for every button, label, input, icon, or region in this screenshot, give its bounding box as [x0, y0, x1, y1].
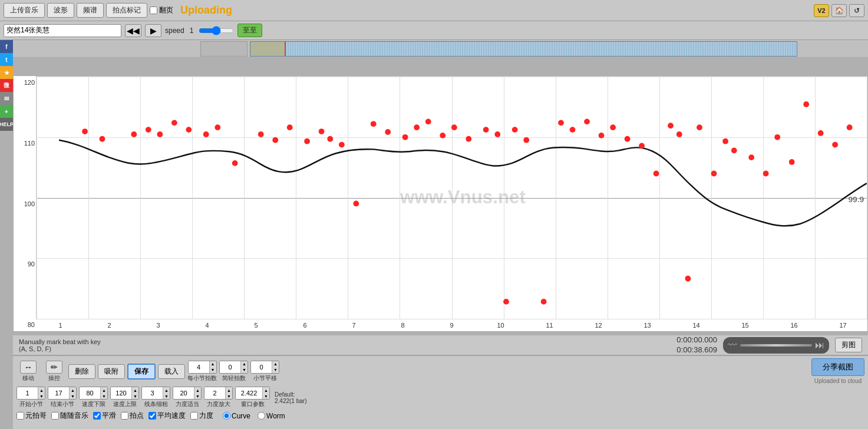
svg-point-9: [258, 131, 264, 137]
speed-upper-up[interactable]: ▲: [131, 387, 138, 393]
random-music-label[interactable]: 随随音乐: [51, 411, 88, 421]
prev-btn[interactable]: ◀◀: [125, 24, 141, 37]
instruction-line2: (A, S, D, F): [19, 345, 676, 352]
line-thin-label: 线条细粗: [144, 400, 168, 408]
flippage-checkbox[interactable]: [150, 6, 157, 14]
bar-shift-label: 小节平移: [253, 374, 277, 382]
split-view-btn[interactable]: 分季截图: [811, 358, 864, 376]
load-btn[interactable]: 载入: [158, 364, 185, 379]
curve-radio[interactable]: [223, 412, 230, 420]
per-bar-beats-group: ▲ ▼ 每小节拍数: [187, 361, 217, 382]
end-bar-input[interactable]: [48, 387, 69, 399]
move-icon[interactable]: ↔: [20, 361, 37, 374]
random-music-checkbox[interactable]: [51, 412, 59, 420]
green-btn[interactable]: 至至: [237, 24, 262, 37]
line-thin-up[interactable]: ▲: [163, 387, 170, 393]
plus-icon[interactable]: +: [0, 105, 13, 118]
force-light-input[interactable]: [173, 387, 194, 399]
save-btn[interactable]: 保存: [127, 364, 156, 380]
worm-radio[interactable]: [258, 412, 265, 420]
beat-point-label[interactable]: 拍点: [121, 411, 144, 421]
flippage-checkbox-label[interactable]: 翻页: [150, 5, 173, 15]
svg-point-44: [722, 138, 728, 144]
per-bar-beats-input[interactable]: [189, 361, 209, 373]
waveform-display[interactable]: [250, 41, 797, 57]
force-light-down[interactable]: ▼: [194, 393, 201, 399]
start-bar-up[interactable]: ▲: [38, 387, 45, 393]
bar-shift-up[interactable]: ▲: [272, 361, 279, 367]
simple-beat-up[interactable]: ▲: [240, 361, 247, 367]
curve-radio-label[interactable]: Curve: [223, 412, 250, 420]
no-beat-checkbox[interactable]: [16, 412, 24, 420]
force-checkbox[interactable]: [190, 412, 198, 420]
smooth-label[interactable]: 平滑: [93, 411, 116, 421]
no-beat-label[interactable]: 元拍哥: [16, 411, 47, 421]
svg-point-37: [639, 143, 645, 149]
svg-point-5: [186, 127, 192, 133]
end-bar-down[interactable]: ▼: [69, 393, 76, 399]
force-large-input[interactable]: [204, 387, 225, 399]
svg-point-38: [654, 171, 659, 177]
simple-beat-down[interactable]: ▼: [240, 367, 247, 373]
window-param-down[interactable]: ▼: [262, 393, 269, 399]
end-bar-up[interactable]: ▲: [69, 387, 76, 393]
simple-beat-input[interactable]: [220, 361, 240, 373]
simple-beat-group: ▲ ▼ 简轻拍数: [219, 361, 248, 382]
force-large-up[interactable]: ▲: [225, 387, 232, 393]
star-icon[interactable]: ★: [0, 66, 13, 79]
waveform-mini[interactable]: 〰 ⏭: [723, 337, 829, 354]
cut-image-btn[interactable]: 剪图: [835, 338, 862, 352]
frequency-btn[interactable]: 频谱: [77, 3, 104, 18]
window-param-label: 窗口参数: [241, 400, 265, 408]
line-thin-down[interactable]: ▼: [163, 393, 170, 399]
bar-shift-group: ▲ ▼ 小节平移: [250, 361, 279, 382]
speed-upper-down[interactable]: ▼: [131, 393, 138, 399]
smooth-checkbox[interactable]: [93, 412, 101, 420]
mail-icon[interactable]: ✉: [0, 92, 13, 105]
beat-point-checkbox[interactable]: [121, 412, 128, 420]
bar-shift-down[interactable]: ▼: [272, 367, 279, 373]
per-bar-beats-down[interactable]: ▼: [209, 367, 216, 373]
waveform-highlight: [250, 42, 286, 56]
facebook-icon[interactable]: f: [0, 40, 13, 53]
help-icon[interactable]: HELP: [0, 118, 13, 131]
speed-lower-input[interactable]: [80, 387, 100, 399]
chart-grid[interactable]: www.Vnus.net 99.9: [36, 76, 867, 319]
window-param-up[interactable]: ▲: [262, 387, 269, 393]
bar-shift-input[interactable]: [251, 361, 272, 373]
twitter-icon[interactable]: t: [0, 53, 13, 66]
window-param-input[interactable]: [236, 387, 262, 399]
upload-music-btn[interactable]: 上传音乐: [4, 3, 45, 18]
weibo-icon[interactable]: 微: [0, 79, 13, 92]
force-light-label: 力度适当: [176, 400, 199, 408]
speed-lower-up[interactable]: ▲: [100, 387, 107, 393]
absorb-btn[interactable]: 吸附: [98, 364, 125, 379]
home-btn[interactable]: 🏠: [831, 4, 847, 17]
force-large-down[interactable]: ▼: [225, 393, 232, 399]
average-speed-label[interactable]: 平均速度: [148, 411, 186, 421]
v2-btn[interactable]: V2: [814, 4, 829, 17]
force-light-up[interactable]: ▲: [194, 387, 201, 393]
line-thin-input[interactable]: [142, 387, 163, 399]
average-speed-checkbox[interactable]: [148, 412, 156, 420]
start-bar-group: ▲ ▼ 开始小节: [16, 387, 45, 408]
speed-upper-input[interactable]: [111, 387, 131, 399]
edit-icon[interactable]: ✏: [46, 361, 62, 374]
x-axis: 1 2 3 4 5 6 7 8 9 10 11 12 13 14 15 16 1…: [36, 319, 867, 331]
play-btn[interactable]: ▶: [145, 24, 161, 37]
song-name-input[interactable]: 突然14张美慧: [4, 24, 121, 37]
beat-mark-btn[interactable]: 拍点标记: [106, 3, 147, 18]
worm-radio-label[interactable]: Worm: [258, 412, 285, 420]
refresh-btn[interactable]: ↺: [849, 4, 864, 17]
start-bar-input[interactable]: [17, 387, 38, 399]
start-bar-down[interactable]: ▼: [38, 393, 45, 399]
speed-slider[interactable]: [199, 26, 234, 35]
svg-point-51: [818, 130, 824, 136]
speed-lower-down[interactable]: ▼: [100, 393, 107, 399]
force-checkbox-label[interactable]: 力度: [190, 411, 213, 421]
per-bar-beats-up[interactable]: ▲: [209, 361, 216, 367]
smooth-text: 平滑: [102, 411, 116, 421]
waveform-btn[interactable]: 波形: [47, 3, 74, 18]
waveform-left-pad: [200, 41, 247, 57]
delete-btn[interactable]: 删除: [68, 364, 95, 379]
